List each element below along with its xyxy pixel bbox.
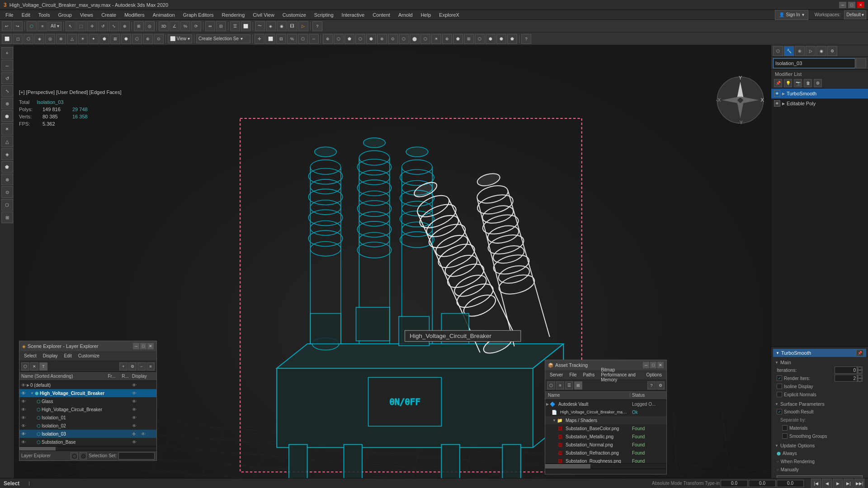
tb2-btn2[interactable]: ◻ xyxy=(13,34,23,44)
tb2-right10[interactable]: ⬡ xyxy=(355,34,365,44)
tb2-right6[interactable]: ↔ xyxy=(309,34,319,44)
tb2-btn7[interactable]: △ xyxy=(67,34,77,44)
menu-edit[interactable]: Edit xyxy=(18,11,34,19)
redo-button[interactable]: ↪ xyxy=(13,21,23,31)
menu-explorex[interactable]: ExploreX xyxy=(435,11,463,19)
at-row-refrac[interactable]: 🖼 Substation_Refraction.png Found xyxy=(545,449,666,457)
lt-btn12[interactable]: ⊙ xyxy=(1,186,13,198)
se-menu-select[interactable]: Select xyxy=(21,352,39,359)
at-restore-btn[interactable]: □ xyxy=(650,362,656,368)
mod-tb-delete[interactable]: 🗑 xyxy=(804,79,812,87)
rp-motion-icon[interactable]: ▷ xyxy=(806,46,816,56)
lt-btn10[interactable]: ⬟ xyxy=(1,161,13,173)
lt-btn11[interactable]: ⊗ xyxy=(1,174,13,185)
at-menu-server[interactable]: Server xyxy=(547,371,566,378)
mirror-button[interactable]: ⇔ xyxy=(205,21,215,31)
tb2-right25[interactable]: ? xyxy=(521,34,531,44)
viewport[interactable]: [+] [Perspective] [User Defined] [Edged … xyxy=(14,45,771,488)
se-row-default[interactable]: 👁 ▶ 0 (default) 👁 xyxy=(19,381,156,389)
se-menu-display[interactable]: Display xyxy=(40,352,61,359)
menu-content[interactable]: Content xyxy=(369,11,394,19)
tb2-right16[interactable]: ⬡ xyxy=(420,34,430,44)
tb2-right22[interactable]: ⬢ xyxy=(486,34,495,44)
ts-render-iters-down[interactable]: ▼ xyxy=(857,378,863,382)
modifier-list[interactable]: 👁 ▶ TurboSmooth 👁 ▶ Editable Poly xyxy=(771,89,868,347)
ts-smooth-result-checkbox[interactable] xyxy=(777,409,782,414)
menu-customize[interactable]: Customize xyxy=(279,11,310,19)
move-button[interactable]: ✛ xyxy=(87,21,97,31)
tb2-btn8[interactable]: ☀ xyxy=(78,34,88,44)
align-button[interactable]: ⊟ xyxy=(216,21,226,31)
schematic-button[interactable]: ◈ xyxy=(266,21,276,31)
ts-materials-checkbox[interactable] xyxy=(782,425,788,431)
asset-tracking-tree[interactable]: ▶ 🔷 Autodesk Vault Logged O... 📄 High_Vo… xyxy=(545,400,666,463)
view-dropdown[interactable]: ⬜ View ▾ xyxy=(168,34,192,43)
lt-btn9[interactable]: ◈ xyxy=(1,148,13,160)
menu-views[interactable]: Views xyxy=(76,11,97,19)
at-minimize-btn[interactable]: ─ xyxy=(643,362,649,368)
rp-hierarchy-icon[interactable]: ⊕ xyxy=(795,46,805,56)
se-hscrollbar[interactable] xyxy=(19,446,156,450)
selection-filter-dropdown[interactable]: All ▾ xyxy=(48,22,61,31)
menu-modifiers[interactable]: Modifiers xyxy=(121,11,148,19)
next-frame-btn[interactable]: ▶| xyxy=(844,479,854,488)
se-row-hvcb2[interactable]: 👁 ⬡ High_Voltage_Circuit_Breaker 👁 xyxy=(19,405,156,413)
render-setup-button[interactable]: 🎞 xyxy=(288,21,297,31)
tb2-right15[interactable]: ⬤ xyxy=(410,34,420,44)
se-menu-edit[interactable]: Edit xyxy=(61,352,75,359)
ts-iterations-down[interactable]: ▼ xyxy=(857,370,863,374)
play-pause-btn[interactable]: ▶ xyxy=(833,479,843,488)
tb2-btn3[interactable]: ⬡ xyxy=(24,34,33,44)
at-menu-options[interactable]: Options xyxy=(644,371,665,378)
select-by-name-button[interactable]: ≡ xyxy=(38,21,47,31)
se-restore-btn[interactable]: □ xyxy=(140,343,146,349)
rp-create-icon[interactable]: ⬡ xyxy=(773,46,783,56)
tb2-right13[interactable]: ⊙ xyxy=(388,34,398,44)
at-row-maps[interactable]: ▼ 📁 Maps / Shaders xyxy=(545,416,666,424)
tb2-btn11[interactable]: ⊞ xyxy=(110,34,120,44)
minimize-button[interactable]: ─ xyxy=(839,2,846,8)
lt-btn8[interactable]: △ xyxy=(1,136,13,147)
select-button[interactable]: ↖ xyxy=(66,21,75,31)
tb2-right20[interactable]: ⊞ xyxy=(464,34,474,44)
lt-btn4[interactable]: ⤡ xyxy=(1,85,13,97)
at-hscrollbar-thumb[interactable] xyxy=(545,464,590,469)
ts-explicit-normals-checkbox[interactable] xyxy=(777,392,782,397)
menu-group[interactable]: Group xyxy=(54,11,75,19)
at-menu-bitmap[interactable]: Bitmap Performance and Memory xyxy=(598,366,642,383)
at-tb-btn4[interactable]: ⊞ xyxy=(574,381,582,389)
last-frame-btn[interactable]: ▶▶| xyxy=(854,479,864,488)
transform-z-input[interactable] xyxy=(777,480,804,487)
tb2-right2[interactable]: ⬜ xyxy=(265,34,275,44)
at-row-rough[interactable]: 🖼 Substation_Roughness.png Found xyxy=(545,457,666,463)
at-row-vault[interactable]: ▶ 🔷 Autodesk Vault Logged O... xyxy=(545,400,666,408)
render-button[interactable]: ▷ xyxy=(298,21,308,31)
menu-scripting[interactable]: Scripting xyxy=(311,11,337,19)
se-hscrollbar-thumb[interactable] xyxy=(19,447,56,450)
layer-mgr-button[interactable]: ☰ xyxy=(230,21,240,31)
transform-x-input[interactable] xyxy=(721,480,748,487)
curve-editor-button[interactable]: 〜 xyxy=(255,21,265,31)
snap-3d-button[interactable]: 3D xyxy=(159,21,169,31)
menu-interactive[interactable]: Interactive xyxy=(338,11,368,19)
sign-in-button[interactable]: 👤 Sign In ▾ xyxy=(775,10,808,20)
tb2-btn4[interactable]: ◈ xyxy=(34,34,44,44)
se-tb-delete[interactable]: ✕ xyxy=(30,362,38,371)
at-row-base[interactable]: 🖼 Substation_BaseColor.png Found xyxy=(545,424,666,432)
lt-btn6[interactable]: ⬢ xyxy=(1,110,13,122)
play-btn[interactable]: |◀ xyxy=(811,479,821,488)
menu-graph-editors[interactable]: Graph Editors xyxy=(179,11,217,19)
se-tb-filter[interactable]: ⬡ xyxy=(21,362,29,371)
menu-create[interactable]: Create xyxy=(98,11,120,19)
transform-y-input[interactable] xyxy=(749,480,776,487)
help-button[interactable]: ? xyxy=(312,21,322,31)
at-close-btn[interactable]: ✕ xyxy=(657,362,664,368)
ref-coord-button[interactable]: ⊞ xyxy=(134,21,144,31)
se-row-hvcb[interactable]: 👁 ▼ ⬢ High_Voltage_Circuit_Breaker 👁 xyxy=(19,389,156,397)
tb2-right18[interactable]: ⊕ xyxy=(442,34,452,44)
tb2-right12[interactable]: ⊗ xyxy=(377,34,387,44)
tb2-right21[interactable]: ⬡ xyxy=(475,34,485,44)
at-tb-btn2[interactable]: ≡ xyxy=(556,381,564,389)
pct-snap-button[interactable]: % xyxy=(180,21,190,31)
tb2-right8[interactable]: ⬡ xyxy=(334,34,344,44)
